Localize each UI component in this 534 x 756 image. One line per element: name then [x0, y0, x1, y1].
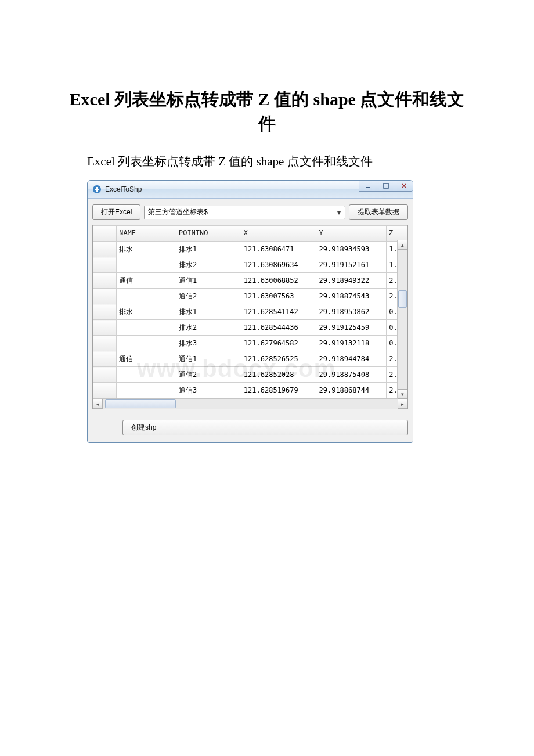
col-header-x[interactable]: X	[241, 226, 316, 242]
row-header[interactable]	[93, 273, 117, 289]
app-icon	[92, 185, 102, 194]
cell-y[interactable]: 29.919132118	[316, 336, 387, 351]
table-row[interactable]: 通信2121.6285202829.9188754082.5	[93, 367, 407, 383]
titlebar[interactable]: ExcelToShp	[88, 181, 413, 199]
table-row[interactable]: 通信2121.6300756329.9188745432.7	[93, 289, 407, 304]
svg-rect-2	[96, 187, 98, 192]
cell-name[interactable]: 通信	[117, 273, 176, 289]
cell-name[interactable]	[117, 289, 176, 304]
cell-pointno[interactable]: 通信1	[176, 351, 241, 367]
table-row[interactable]: 排水2121.62854443629.9191254590.3	[93, 320, 407, 336]
cell-x[interactable]: 121.627964582	[241, 336, 316, 351]
app-window: ExcelToShp 打开Excel 第三方管道坐标表$ ▾ 提取表单数据	[87, 180, 413, 443]
cell-y[interactable]: 29.918868744	[316, 383, 387, 398]
extract-data-button[interactable]: 提取表单数据	[349, 204, 408, 220]
row-header[interactable]	[93, 304, 117, 320]
svg-rect-4	[384, 183, 388, 188]
data-grid[interactable]: NAME POINTNO X Y Z 排水排水1121.6308647129.9…	[92, 225, 408, 409]
row-header[interactable]	[93, 367, 117, 383]
cell-x[interactable]: 121.630068852	[241, 273, 316, 289]
cell-x[interactable]: 121.628526525	[241, 351, 316, 367]
table-row[interactable]: 通信通信1121.63006885229.9189493222.4	[93, 273, 407, 289]
cell-x[interactable]: 121.628519679	[241, 383, 316, 398]
cell-x[interactable]: 121.63086471	[241, 242, 316, 257]
col-header-z[interactable]: Z	[387, 226, 407, 242]
window-title: ExcelToShp	[105, 185, 142, 193]
cell-y[interactable]: 29.918874543	[316, 289, 387, 304]
hscroll-track[interactable]	[103, 399, 398, 409]
cell-y[interactable]: 29.918934593	[316, 242, 387, 257]
sheet-combo-value: 第三方管道坐标表$	[148, 207, 208, 217]
cell-name[interactable]	[117, 367, 176, 383]
grid-header-row: NAME POINTNO X Y Z	[93, 226, 407, 242]
cell-x[interactable]: 121.63007563	[241, 289, 316, 304]
minimize-button[interactable]	[359, 181, 377, 192]
cell-pointno[interactable]: 通信1	[176, 273, 241, 289]
cell-y[interactable]: 29.918875408	[316, 367, 387, 383]
table-row[interactable]: 排水3121.62796458229.9191321180.4	[93, 336, 407, 351]
cell-y[interactable]: 29.919125459	[316, 320, 387, 336]
row-header[interactable]	[93, 257, 117, 273]
row-header-blank	[93, 226, 117, 242]
table-row[interactable]: 排水排水1121.6308647129.9189345931.2	[93, 242, 407, 257]
create-shp-button[interactable]: 创建shp	[122, 420, 408, 435]
row-header[interactable]	[93, 383, 117, 398]
col-header-y[interactable]: Y	[316, 226, 387, 242]
row-header[interactable]	[93, 351, 117, 367]
chevron-down-icon: ▾	[334, 208, 344, 217]
cell-x[interactable]: 121.630869634	[241, 257, 316, 273]
vscroll-thumb[interactable]	[398, 290, 407, 308]
cell-x[interactable]: 121.628544436	[241, 320, 316, 336]
cell-pointno[interactable]: 通信2	[176, 289, 241, 304]
scroll-down-icon[interactable]: ▾	[398, 389, 407, 399]
cell-pointno[interactable]: 排水2	[176, 257, 241, 273]
table-row[interactable]: 排水排水1121.62854114229.9189538620.4	[93, 304, 407, 320]
vertical-scrollbar[interactable]: ▴ ▾	[397, 240, 407, 399]
cell-pointno[interactable]: 排水2	[176, 320, 241, 336]
scroll-up-icon[interactable]: ▴	[398, 240, 407, 250]
cell-pointno[interactable]: 通信2	[176, 367, 241, 383]
cell-y[interactable]: 29.918953862	[316, 304, 387, 320]
cell-name[interactable]: 排水	[117, 242, 176, 257]
cell-name[interactable]	[117, 320, 176, 336]
table-row[interactable]: 通信3121.62851967929.9188687442.4	[93, 383, 407, 398]
page-subtitle: Excel 列表坐标点转成带 Z 值的 shape 点文件和线文件	[87, 153, 470, 170]
cell-pointno[interactable]: 排水1	[176, 304, 241, 320]
cell-name[interactable]: 通信	[117, 351, 176, 367]
cell-name[interactable]: 排水	[117, 304, 176, 320]
maximize-button[interactable]	[377, 181, 395, 192]
cell-pointno[interactable]: 通信3	[176, 383, 241, 398]
cell-pointno[interactable]: 排水3	[176, 336, 241, 351]
row-header[interactable]	[93, 242, 117, 257]
cell-x[interactable]: 121.628541142	[241, 304, 316, 320]
table-row[interactable]: 通信通信1121.62852652529.9189447842.3	[93, 351, 407, 367]
scroll-right-icon[interactable]: ▸	[398, 399, 407, 409]
sheet-combo[interactable]: 第三方管道坐标表$ ▾	[144, 206, 345, 219]
cell-y[interactable]: 29.918944784	[316, 351, 387, 367]
cell-name[interactable]	[117, 336, 176, 351]
vscroll-track[interactable]	[398, 250, 407, 389]
scroll-left-icon[interactable]: ◂	[93, 399, 103, 409]
open-excel-button[interactable]: 打开Excel	[92, 204, 140, 220]
cell-pointno[interactable]: 排水1	[176, 242, 241, 257]
col-header-pointno[interactable]: POINTNO	[176, 226, 241, 242]
horizontal-scrollbar[interactable]: ◂ ▸	[93, 398, 407, 409]
col-header-name[interactable]: NAME	[117, 226, 176, 242]
row-header[interactable]	[93, 320, 117, 336]
page-title: Excel 列表坐标点转成带 Z 值的 shape 点文件和线文件	[64, 87, 470, 136]
cell-x[interactable]: 121.62852028	[241, 367, 316, 383]
row-header[interactable]	[93, 336, 117, 351]
cell-name[interactable]	[117, 257, 176, 273]
row-header[interactable]	[93, 289, 117, 304]
table-row[interactable]: 排水2121.63086963429.9191521611.1	[93, 257, 407, 273]
cell-y[interactable]: 29.918949322	[316, 273, 387, 289]
toolbar: 打开Excel 第三方管道坐标表$ ▾ 提取表单数据	[92, 204, 408, 220]
hscroll-thumb[interactable]	[105, 399, 176, 408]
svg-rect-3	[366, 187, 370, 188]
cell-y[interactable]: 29.919152161	[316, 257, 387, 273]
cell-name[interactable]	[117, 383, 176, 398]
close-button[interactable]	[395, 181, 413, 192]
